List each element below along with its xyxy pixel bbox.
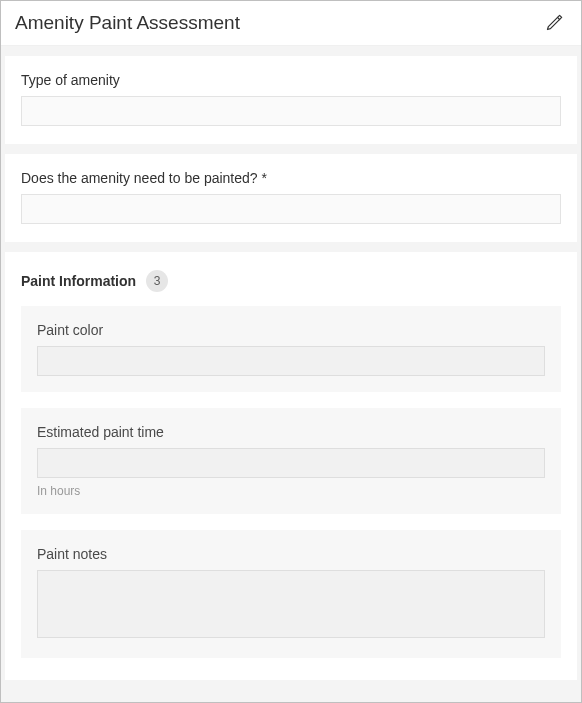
question-label: Does the amenity need to be painted? * [21, 170, 561, 186]
question-label: Type of amenity [21, 72, 561, 88]
needs-paint-input[interactable] [21, 194, 561, 224]
question-paint-color[interactable]: Paint color [21, 306, 561, 392]
paint-time-input[interactable] [37, 448, 545, 478]
form-preview-window: Amenity Paint Assessment Type of amenity… [0, 0, 582, 703]
pencil-icon [545, 12, 565, 35]
group-title: Paint Information [21, 273, 136, 289]
question-needs-paint[interactable]: Does the amenity need to be painted? * [5, 154, 577, 242]
question-label: Estimated paint time [37, 424, 545, 440]
question-hint: In hours [37, 484, 545, 498]
paint-color-input[interactable] [37, 346, 545, 376]
group-header: Paint Information 3 [21, 270, 561, 292]
amenity-type-input[interactable] [21, 96, 561, 126]
group-count-badge: 3 [146, 270, 168, 292]
question-paint-notes[interactable]: Paint notes [21, 530, 561, 658]
form-title: Amenity Paint Assessment [15, 12, 240, 34]
question-paint-time[interactable]: Estimated paint time In hours [21, 408, 561, 514]
edit-button[interactable] [543, 11, 567, 35]
group-paint-information[interactable]: Paint Information 3 Paint color Estimate… [5, 252, 577, 680]
paint-notes-input[interactable] [37, 570, 545, 638]
question-label: Paint notes [37, 546, 545, 562]
form-body: Type of amenity Does the amenity need to… [1, 46, 581, 702]
question-label: Paint color [37, 322, 545, 338]
question-amenity-type[interactable]: Type of amenity [5, 56, 577, 144]
form-header: Amenity Paint Assessment [1, 1, 581, 46]
